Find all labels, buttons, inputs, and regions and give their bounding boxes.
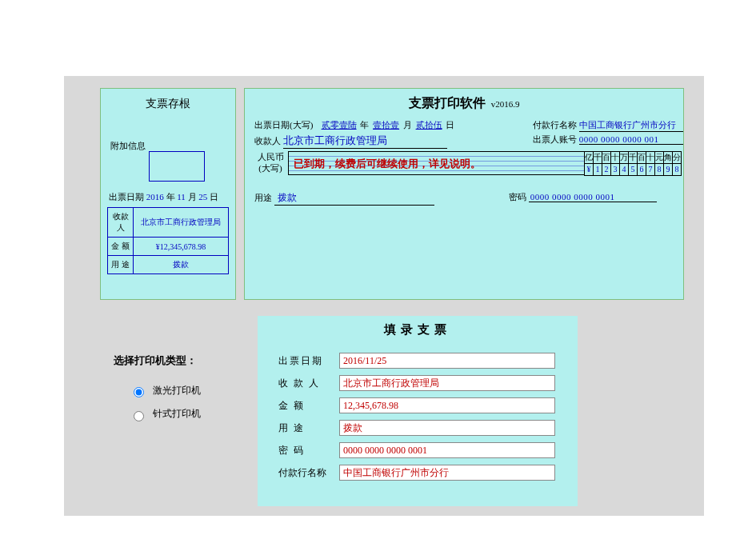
printer-option-dot[interactable]: 针式打印机: [130, 407, 250, 421]
digit-head: 元: [655, 152, 664, 164]
day-unit: 日: [446, 120, 454, 130]
stub-day-unit: 日: [210, 192, 218, 202]
table-row: 用 途 拨款: [108, 256, 229, 274]
fill-pwd-input[interactable]: [339, 442, 555, 458]
printer-select-panel: 选择打印机类型： 激光打印机 针式打印机: [114, 353, 250, 431]
digit-val: 2: [602, 164, 611, 176]
rmb-text-box: 已到期，续费后可继续使用，详见说明。: [288, 151, 584, 175]
cheque-bank-row: 付款行名称 中国工商银行广州市分行: [533, 119, 683, 132]
digit-head: 十: [611, 152, 620, 164]
digit-head: 万: [620, 152, 629, 164]
table-row: 金 额 ¥12,345,678.98: [108, 238, 229, 256]
amount-digit-grid: 亿 千 百 十 万 千 百 十 元 角 分 ¥ 1 2 3 4: [584, 151, 682, 176]
digit-head: 十: [646, 152, 655, 164]
month-unit: 月: [403, 120, 412, 130]
stub-payee-value: 北京市工商行政管理局: [134, 208, 229, 238]
printer-laser-label: 激光打印机: [153, 385, 201, 396]
stub-info-table: 收款人 北京市工商行政管理局 金 额 ¥12,345,678.98 用 途 拨款: [107, 207, 229, 274]
digit-val: 7: [646, 164, 655, 176]
stub-amount-label: 金 额: [108, 238, 134, 256]
bank-label: 付款行名称: [533, 120, 577, 130]
digit-val: ¥: [585, 164, 594, 176]
printer-radio-dot[interactable]: [134, 411, 144, 421]
cheque-use-row: 用途 拨款: [254, 191, 434, 206]
printer-option-laser[interactable]: 激光打印机: [130, 384, 250, 397]
fill-pwd-label: 密 码: [274, 440, 333, 461]
digit-header-row: 亿 千 百 十 万 千 百 十 元 角 分: [585, 152, 682, 164]
fill-use-label: 用 途: [274, 417, 333, 438]
digit-value-row: ¥ 1 2 3 4 5 6 7 8 9 8: [585, 164, 682, 176]
cheque-day-cn: 贰拾伍: [416, 120, 442, 130]
pwd-value: 0000 0000 0000 0001: [529, 192, 657, 202]
rmb-label-line2: (大写): [254, 162, 286, 174]
rmb-label: 人民币 (大写): [254, 151, 286, 174]
digit-val: 8: [673, 164, 682, 176]
fill-form-title: 填录支票: [258, 316, 578, 344]
fill-date-input[interactable]: [339, 353, 555, 369]
table-row: 收 款 人: [274, 373, 560, 393]
expired-notice: 已到期，续费后可继续使用，详见说明。: [294, 157, 579, 171]
stub-use-value: 拨款: [134, 256, 229, 274]
digit-val: 3: [611, 164, 620, 176]
stub-date-month: 11: [177, 192, 186, 202]
fill-form-table: 出票日期 收 款 人 金 额 用 途 密 码 付款行名称: [272, 349, 562, 485]
digit-head: 百: [638, 152, 646, 164]
digit-head: 百: [602, 152, 611, 164]
fill-date-label: 出票日期: [274, 350, 333, 371]
cheque-pwd-row: 密码 0000 0000 0000 0001: [509, 191, 657, 203]
table-row: 金 额: [274, 395, 560, 416]
stub-year-unit: 年: [166, 192, 175, 202]
stub-payee-label: 收款人: [108, 208, 134, 238]
table-row: 用 途: [274, 417, 560, 438]
cheque-year-cn: 贰零壹陆: [322, 120, 357, 130]
bank-value: 中国工商银行广州市分行: [579, 119, 683, 132]
cheque-panel: 支票打印软件 v2016.9 出票日期(大写) 贰零壹陆 年 壹拾壹 月 贰拾伍…: [244, 88, 684, 300]
payee-label: 收款人: [254, 136, 281, 146]
cheque-acct-row: 出票人账号 0000 0000 0000 001: [533, 134, 683, 146]
stub-additional-info-label: 附加信息: [110, 140, 235, 152]
fill-bank-label: 付款行名称: [274, 462, 333, 483]
digit-val: 9: [664, 164, 673, 176]
cheque-payee-row: 收款人 北京市工商行政管理局: [254, 134, 447, 149]
digit-val: 8: [655, 164, 664, 176]
fill-payee-input[interactable]: [339, 375, 555, 391]
cheque-version: v2016.9: [491, 99, 520, 109]
digit-head: 亿: [585, 152, 594, 164]
stub-date-day: 25: [198, 192, 207, 202]
stub-title: 支票存根: [101, 89, 235, 126]
cheque-date-label: 出票日期(大写): [254, 120, 313, 130]
stub-amount-value: ¥12,345,678.98: [134, 238, 229, 256]
digit-head: 千: [629, 152, 638, 164]
printer-select-title: 选择打印机类型：: [114, 353, 250, 368]
fill-amount-label: 金 额: [274, 395, 333, 416]
table-row: 收款人 北京市工商行政管理局: [108, 208, 229, 238]
stub-additional-info-box[interactable]: [149, 151, 205, 182]
table-row: 密 码: [274, 440, 560, 461]
fill-bank-input[interactable]: [339, 465, 555, 481]
fill-amount-input[interactable]: [339, 397, 555, 413]
digit-val: 4: [620, 164, 629, 176]
table-row: 付款行名称: [274, 462, 560, 483]
rmb-label-line1: 人民币: [254, 151, 286, 162]
digit-head: 角: [664, 152, 673, 164]
stub-issue-date: 出票日期 2016 年 11 月 25 日: [109, 191, 229, 203]
digit-head: 千: [594, 152, 602, 164]
cheque-month-cn: 壹拾壹: [373, 120, 399, 130]
cheque-title-row: 支票打印软件 v2016.9: [245, 95, 683, 112]
cheque-stub-panel: 支票存根 附加信息 出票日期 2016 年 11 月 25 日 收款人 北京市工…: [100, 88, 236, 300]
fill-use-input[interactable]: [339, 420, 555, 436]
acct-label: 出票人账号: [533, 134, 577, 144]
year-unit: 年: [360, 120, 369, 130]
stub-date-label: 出票日期: [109, 192, 144, 202]
cheque-title: 支票打印软件: [409, 96, 486, 110]
table-row: 出票日期: [274, 350, 560, 371]
pwd-label: 密码: [509, 192, 526, 202]
stub-month-unit: 月: [188, 192, 197, 202]
use-label: 用途: [254, 193, 272, 202]
digit-val: 1: [594, 164, 602, 176]
printer-dot-label: 针式打印机: [153, 408, 201, 419]
use-value: 拨款: [274, 191, 434, 206]
acct-value: 0000 0000 0000 001: [579, 134, 683, 145]
fill-payee-label: 收 款 人: [274, 373, 333, 393]
printer-radio-laser[interactable]: [134, 387, 144, 397]
